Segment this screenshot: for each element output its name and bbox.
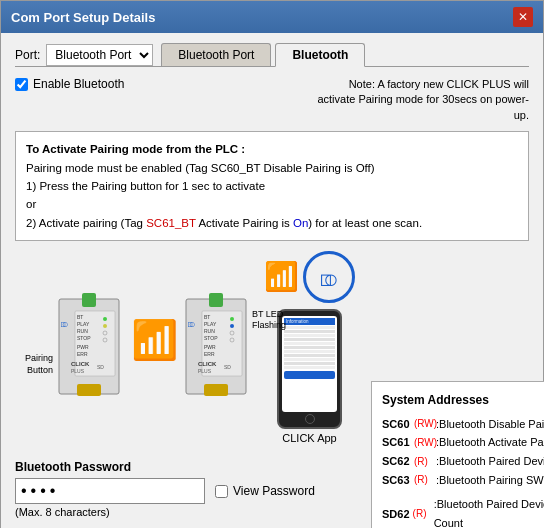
- svg-text:PWR: PWR: [204, 344, 216, 350]
- view-password-row: View Password: [215, 484, 315, 498]
- view-password-checkbox[interactable]: [215, 485, 228, 498]
- instructions-title: To Activate Pairing mode from the PLC :: [26, 140, 518, 158]
- svg-rect-19: [209, 293, 223, 307]
- svg-text:⎄: ⎄: [61, 317, 68, 329]
- bt-led-label: BT LEDFlashing: [252, 309, 288, 332]
- wifi-waves: 📶: [129, 318, 180, 362]
- enable-left: Enable Bluetooth: [15, 77, 124, 91]
- max-chars-label: (Max. 8 characters): [15, 506, 315, 518]
- svg-text:PLAY: PLAY: [204, 321, 217, 327]
- left-diagram-section: PairingButton ⎄: [15, 251, 355, 528]
- svg-text:CLICK: CLICK: [71, 361, 90, 367]
- password-section: Bluetooth Password View Password (Max. 8…: [15, 460, 315, 518]
- svg-point-15: [103, 324, 107, 328]
- sa-title: System Addresses: [382, 390, 544, 410]
- tab-bluetooth[interactable]: Bluetooth: [275, 43, 365, 67]
- instructions-step2: 2) Activate pairing (Tag SC61_BT Activat…: [26, 214, 518, 232]
- sa-row-sd62: SD62 (R) :Bluetooth Paired Device Count: [382, 495, 544, 528]
- svg-rect-20: [204, 384, 228, 396]
- sa-row-sc63: SC63 (R) :Bluetooth Pairing SW State: [382, 471, 544, 490]
- svg-text:RUN: RUN: [204, 328, 215, 334]
- password-input[interactable]: [15, 478, 205, 504]
- dialog-window: Com Port Setup Details ✕ Port: Bluetooth…: [0, 0, 544, 528]
- enable-bluetooth-checkbox[interactable]: [15, 78, 28, 91]
- svg-point-32: [230, 317, 234, 321]
- svg-text:ERR: ERR: [204, 351, 215, 357]
- svg-text:SD: SD: [97, 364, 104, 370]
- password-row: View Password: [15, 478, 315, 504]
- note-text: Note: A factory new CLICK PLUS will acti…: [309, 77, 529, 123]
- sa-row-sc62: SC62 (R) :Bluetooth Paired Devices: [382, 452, 544, 471]
- tab-bluetooth-port[interactable]: Bluetooth Port: [161, 43, 271, 66]
- system-addresses-box: System Addresses SC60 (RW) :Bluetooth Di…: [371, 381, 544, 528]
- devices-row: PairingButton ⎄: [55, 251, 355, 444]
- svg-point-33: [230, 324, 234, 328]
- svg-text:STOP: STOP: [204, 335, 218, 341]
- instructions-box: To Activate Pairing mode from the PLC : …: [15, 131, 529, 241]
- password-label: Bluetooth Password: [15, 460, 315, 474]
- port-select[interactable]: Bluetooth Port: [46, 44, 153, 66]
- instructions-step1: 1) Press the Pairing button for 1 sec to…: [26, 177, 518, 195]
- svg-text:PLUS: PLUS: [198, 368, 212, 374]
- click-app-label: CLICK App: [282, 432, 336, 444]
- view-password-label: View Password: [233, 484, 315, 498]
- svg-text:PWR: PWR: [77, 344, 89, 350]
- svg-text:BT: BT: [204, 314, 210, 320]
- svg-text:ERR: ERR: [77, 351, 88, 357]
- title-bar: Com Port Setup Details ✕: [1, 1, 543, 33]
- instructions-or: or: [26, 195, 518, 213]
- port-label: Port:: [15, 48, 40, 66]
- enable-bluetooth-label: Enable Bluetooth: [33, 77, 124, 91]
- pairing-button-label: PairingButton: [17, 353, 53, 376]
- svg-rect-1: [82, 293, 96, 307]
- close-button[interactable]: ✕: [513, 7, 533, 27]
- sa-row-sc61: SC61 (RW) :Bluetooth Activate Pairing: [382, 433, 544, 452]
- svg-rect-2: [77, 384, 101, 396]
- svg-text:⎄: ⎄: [188, 317, 195, 329]
- sa-row-sc60: SC60 (RW) :Bluetooth Disable Pairing: [382, 415, 544, 434]
- enable-row: Enable Bluetooth Note: A factory new CLI…: [15, 77, 529, 123]
- svg-point-14: [103, 317, 107, 321]
- plc-device-2: ⎄ BT PLAY RUN STOP PWR ERR CLICK PLUS SD: [182, 289, 250, 404]
- tab-bar: Port: Bluetooth Port Bluetooth Port Blue…: [15, 43, 529, 67]
- diagram-row: PairingButton ⎄: [15, 251, 529, 528]
- plc-device-1: ⎄ BT PLAY RUN STOP PWR ERR CLICK PLUS: [55, 289, 123, 404]
- instructions-line1: Pairing mode must be enabled (Tag SC60_B…: [26, 159, 518, 177]
- system-addresses-section: System Addresses SC60 (RW) :Bluetooth Di…: [371, 381, 544, 528]
- svg-text:STOP: STOP: [77, 335, 91, 341]
- svg-text:PLUS: PLUS: [71, 368, 85, 374]
- dialog-title: Com Port Setup Details: [11, 10, 155, 25]
- svg-text:BT: BT: [77, 314, 83, 320]
- svg-text:CLICK: CLICK: [198, 361, 217, 367]
- svg-text:PLAY: PLAY: [77, 321, 90, 327]
- svg-text:SD: SD: [224, 364, 231, 370]
- svg-text:RUN: RUN: [77, 328, 88, 334]
